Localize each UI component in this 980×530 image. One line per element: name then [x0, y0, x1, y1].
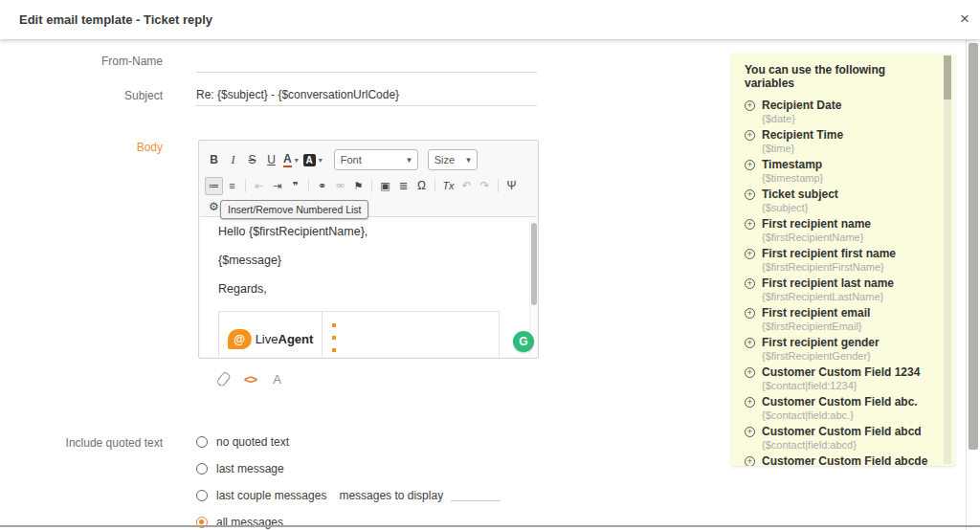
- numbered-list-icon[interactable]: ≔: [205, 177, 223, 195]
- messages-count-input[interactable]: [451, 489, 501, 501]
- variable-name: First recipient email: [762, 306, 870, 320]
- variable-item[interactable]: + First recipient first name {$firstReci…: [745, 247, 932, 273]
- dialog-scrollbar-thumb[interactable]: [969, 43, 978, 450]
- add-variable-icon[interactable]: +: [745, 278, 755, 289]
- from-name-label: From-Name: [0, 55, 163, 68]
- variable-item[interactable]: + First recipient last name {$firstRecip…: [745, 276, 932, 302]
- variable-name-row: + Customer Custom Field abcd: [745, 425, 932, 438]
- add-variable-icon[interactable]: +: [745, 219, 755, 230]
- image-icon[interactable]: ▣: [376, 177, 394, 195]
- editor-toolbar-row-1: B I S U A ▾ A ▾ Font ▾ Size ▾: [199, 148, 538, 171]
- add-variable-icon[interactable]: +: [745, 427, 755, 437]
- quoted-text-radio-option[interactable]: last message: [196, 462, 501, 475]
- special-character-icon[interactable]: Ω: [412, 177, 431, 195]
- variable-item[interactable]: + Recipient Date {$date}: [745, 99, 932, 124]
- variable-item[interactable]: + First recipient name {$firstRecipientN…: [745, 217, 932, 243]
- radio-button-icon[interactable]: [196, 463, 208, 475]
- add-variable-icon[interactable]: +: [745, 456, 755, 467]
- radio-button-icon[interactable]: [196, 436, 208, 448]
- variable-item[interactable]: + Customer Custom Field abcd {$contact|f…: [745, 425, 932, 451]
- variables-panel: You can use the following variables + Re…: [731, 54, 955, 466]
- variable-name-row: + First recipient first name: [745, 247, 932, 260]
- quoted-text-options: no quoted text last message last couple …: [196, 435, 501, 528]
- variable-name: Customer Custom Field abcd: [762, 425, 922, 438]
- horizontal-rule-icon[interactable]: ≣: [394, 177, 412, 195]
- add-variable-icon[interactable]: +: [745, 367, 755, 378]
- add-variable-icon[interactable]: +: [745, 338, 755, 348]
- variable-item[interactable]: + Timestamp {$timestamp}: [745, 158, 932, 184]
- add-variable-icon[interactable]: +: [745, 160, 755, 170]
- speech-bubble-at-icon: @: [228, 329, 252, 349]
- variable-item[interactable]: + Ticket subject {$subject}: [745, 188, 932, 213]
- strikethrough-icon[interactable]: S: [243, 151, 261, 169]
- remove-format-icon[interactable]: Tx: [439, 177, 457, 195]
- variables-list: + Recipient Date {$date} + Recipient Tim…: [745, 99, 932, 466]
- code-view-icon[interactable]: <>: [244, 372, 256, 386]
- link-icon[interactable]: ⚭: [313, 177, 331, 195]
- variable-item[interactable]: + Recipient Time {$time}: [745, 128, 932, 154]
- variable-name-row: + Customer Custom Field abc.: [745, 395, 932, 409]
- toolbar-separator: [434, 179, 435, 192]
- variable-code: {$firstRecipientLastName}: [745, 291, 932, 302]
- add-variable-icon[interactable]: +: [745, 308, 755, 319]
- quoted-text-radio-option[interactable]: last couple messages messages to display: [196, 489, 501, 501]
- add-variable-icon[interactable]: +: [745, 189, 755, 200]
- font-select-label: Font: [341, 154, 362, 166]
- radio-button-icon[interactable]: [196, 490, 208, 501]
- font-select[interactable]: Font ▾: [334, 149, 418, 170]
- greeting-text: Hello {$firstRecipientName},: [218, 225, 537, 238]
- editor-scrollbar-thumb[interactable]: [531, 223, 537, 305]
- anchor-flag-icon[interactable]: ⚑: [349, 177, 368, 195]
- variable-code: {$contact|field:abc.}: [745, 409, 932, 421]
- increase-indent-icon[interactable]: ⇥: [268, 177, 286, 195]
- bold-icon[interactable]: B: [205, 151, 223, 169]
- microphone-icon[interactable]: Ψ: [502, 177, 521, 195]
- underline-icon[interactable]: U: [262, 151, 280, 169]
- messages-to-display-group: messages to display: [339, 489, 501, 502]
- blockquote-icon[interactable]: ❞: [286, 177, 304, 195]
- redo-icon[interactable]: ↷: [476, 177, 494, 195]
- grammarly-icon[interactable]: G: [513, 331, 534, 352]
- variables-scrollbar-thumb[interactable]: [944, 55, 951, 99]
- variable-item[interactable]: + Customer Custom Field abc. {$contact|f…: [745, 395, 932, 421]
- editor-content[interactable]: Hello {$firstRecipientName}, {$message} …: [200, 216, 537, 357]
- italic-icon[interactable]: I: [224, 151, 242, 169]
- undo-icon[interactable]: ↶: [457, 177, 476, 195]
- signature-lines: [332, 320, 491, 357]
- variable-code: {$firstRecipientName}: [745, 232, 932, 243]
- numbered-list-tooltip: Insert/Remove Numbered List: [220, 200, 368, 219]
- variable-name-row: + First recipient email: [745, 306, 932, 320]
- text-format-icon[interactable]: A: [273, 372, 281, 386]
- subject-input[interactable]: [196, 86, 537, 106]
- add-variable-icon[interactable]: +: [745, 249, 755, 259]
- variable-name: First recipient name: [762, 217, 871, 231]
- add-variable-icon[interactable]: +: [745, 397, 755, 408]
- text-color-button[interactable]: A ▾: [281, 153, 301, 167]
- quoted-text-radio-option[interactable]: no quoted text: [196, 435, 501, 448]
- add-variable-icon[interactable]: +: [745, 100, 755, 111]
- variable-item[interactable]: + First recipient gender {$firstRecipien…: [745, 336, 932, 362]
- edit-email-template-dialog: Edit email template - Ticket reply × Fro…: [0, 0, 980, 530]
- closing-text: Regards,: [218, 282, 537, 296]
- variable-item[interactable]: + Customer Custom Field 1234 {$contact|f…: [745, 365, 932, 391]
- variable-name: Customer Custom Field 1234: [762, 365, 920, 379]
- add-variable-icon[interactable]: +: [745, 130, 755, 141]
- bulleted-list-icon[interactable]: ≡: [223, 177, 241, 195]
- variable-name: Customer Custom Field abc.: [762, 395, 918, 409]
- decrease-indent-icon[interactable]: ⇤: [250, 177, 268, 195]
- from-name-input[interactable]: [196, 53, 537, 73]
- attachment-paperclip-icon[interactable]: [215, 370, 231, 386]
- close-icon[interactable]: ×: [960, 10, 969, 29]
- variable-item[interactable]: + First recipient email {$firstRecipient…: [745, 306, 932, 332]
- chevron-down-icon: ▾: [407, 155, 412, 165]
- variable-name-row: + First recipient last name: [745, 276, 932, 290]
- logo-text-live: Live: [256, 332, 278, 346]
- variables-scrollbar[interactable]: [944, 55, 951, 464]
- variable-item[interactable]: + Customer Custom Field abcde {$contact|…: [745, 454, 932, 466]
- unlink-icon[interactable]: ⚮: [331, 177, 349, 195]
- dialog-scrollbar[interactable]: [966, 39, 980, 530]
- variable-code: {$firstRecipientGender}: [745, 350, 932, 362]
- variable-name-row: + First recipient name: [745, 217, 932, 231]
- background-color-button[interactable]: A ▾: [301, 154, 324, 166]
- size-select[interactable]: Size ▾: [428, 149, 478, 170]
